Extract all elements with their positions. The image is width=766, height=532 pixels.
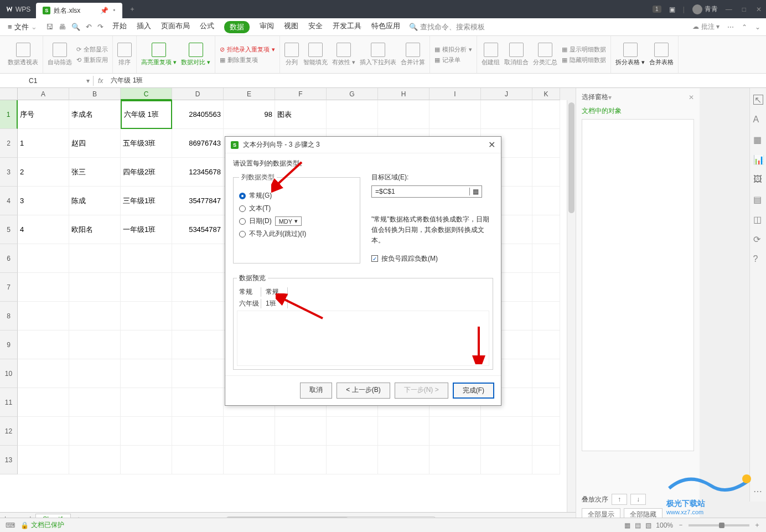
cell[interactable]: 欧阳名 <box>69 215 121 244</box>
select-all-corner[interactable] <box>0 88 18 100</box>
cell[interactable]: 98 <box>224 100 275 129</box>
col-header[interactable]: K <box>532 88 560 100</box>
dialog-close-icon[interactable]: ✕ <box>488 140 495 150</box>
fx-icon[interactable]: fx <box>94 77 107 85</box>
remove-dup-button[interactable]: ▦ 删除重复项 <box>220 56 275 64</box>
cell[interactable] <box>532 446 560 474</box>
row-header[interactable]: 12 <box>0 417 18 446</box>
file-menu[interactable]: ≡ 文件 ⌄ <box>3 22 42 32</box>
col-header[interactable]: E <box>224 88 275 100</box>
cell[interactable] <box>18 244 69 273</box>
col-header[interactable]: J <box>481 88 532 100</box>
col-header[interactable]: F <box>275 88 327 100</box>
cell[interactable] <box>532 244 560 273</box>
chart-icon[interactable]: 📊 <box>753 154 763 164</box>
row-header[interactable]: 10 <box>0 359 18 388</box>
cell[interactable] <box>275 417 327 446</box>
cell[interactable] <box>69 302 121 330</box>
destination-input[interactable]: =$C$1 ▦ <box>371 185 482 198</box>
cell[interactable] <box>172 302 224 330</box>
menu-expand-icon[interactable]: ⌄ <box>755 23 760 31</box>
cell[interactable]: 4 <box>18 215 69 244</box>
row-header[interactable]: 3 <box>0 158 18 187</box>
cell[interactable] <box>18 359 69 388</box>
comments-button[interactable]: ☁ 批注 ▾ <box>692 22 720 32</box>
cancel-button[interactable]: 取消 <box>300 383 332 399</box>
cell[interactable] <box>429 446 481 474</box>
cell[interactable] <box>532 417 560 446</box>
col-header[interactable]: B <box>69 88 121 100</box>
cell[interactable] <box>532 187 560 215</box>
tab-close-icon[interactable]: • <box>113 7 115 14</box>
cell[interactable] <box>18 446 69 474</box>
col-header[interactable]: A <box>18 88 69 100</box>
cell[interactable] <box>532 302 560 330</box>
date-format-combo[interactable]: MDY ▾ <box>275 216 302 226</box>
help-icon[interactable]: ? <box>753 254 763 264</box>
cell[interactable] <box>327 446 378 474</box>
row-header[interactable]: 4 <box>0 187 18 215</box>
cell[interactable] <box>69 273 121 302</box>
autofilter-button[interactable]: 自动筛选 <box>48 43 72 66</box>
cell[interactable] <box>18 417 69 446</box>
cell[interactable]: 李成名 <box>69 100 121 129</box>
radio-general[interactable]: 常规(G) <box>239 191 354 200</box>
cell[interactable] <box>69 417 121 446</box>
cell[interactable] <box>172 244 224 273</box>
print-icon[interactable]: 🖶 <box>59 23 66 31</box>
cell[interactable] <box>172 417 224 446</box>
cell[interactable]: 三年级1班 <box>121 187 172 215</box>
radio-text[interactable]: 文本(T) <box>239 204 354 213</box>
pane-close-icon[interactable]: ✕ <box>689 94 694 101</box>
cell[interactable] <box>224 417 275 446</box>
tab-dev[interactable]: 开发工具 <box>333 21 361 33</box>
reject-dup-button[interactable]: ⊘ 拒绝录入重复项 ▾ <box>220 45 275 54</box>
show-detail-button[interactable]: ▦ 显示明细数据 <box>562 45 606 54</box>
add-tab-button[interactable]: ＋ <box>127 4 138 15</box>
user-avatar[interactable]: 青青 <box>692 4 718 14</box>
cell[interactable] <box>481 446 532 474</box>
tab-start[interactable]: 开始 <box>112 21 127 33</box>
cell[interactable] <box>275 446 327 474</box>
row-header[interactable]: 1 <box>0 100 18 129</box>
show-all-button[interactable]: ⟳全部显示 <box>76 45 108 54</box>
cursor-icon[interactable]: ↖ <box>753 95 763 105</box>
cell[interactable]: 3 <box>18 187 69 215</box>
row-header[interactable]: 8 <box>0 302 18 330</box>
cell[interactable]: 86976743 <box>172 129 224 158</box>
undo-icon[interactable]: ↶ <box>86 23 92 31</box>
cell[interactable] <box>69 244 121 273</box>
cell[interactable] <box>532 388 560 417</box>
minimize-icon[interactable]: — <box>726 6 732 13</box>
view-page-icon[interactable]: ▤ <box>635 521 641 529</box>
range-picker-icon[interactable]: ▦ <box>469 188 482 195</box>
move-down-button[interactable]: ↓ <box>630 494 646 505</box>
menu-more-icon[interactable]: ⋯ <box>727 23 734 31</box>
cell[interactable] <box>224 446 275 474</box>
data-compare-button[interactable]: 数据对比 ▾ <box>181 43 210 66</box>
cell[interactable] <box>18 388 69 417</box>
row-header[interactable]: 7 <box>0 273 18 302</box>
group-button[interactable]: 创建组 <box>482 43 500 66</box>
view-normal-icon[interactable]: ▦ <box>624 521 630 529</box>
zoom-level[interactable]: 100% <box>656 521 673 529</box>
col-header[interactable]: D <box>172 88 224 100</box>
row-header[interactable]: 9 <box>0 330 18 359</box>
row-header[interactable]: 6 <box>0 244 18 273</box>
cell[interactable] <box>532 129 560 158</box>
cell[interactable] <box>69 359 121 388</box>
cell[interactable]: 序号 <box>18 100 69 129</box>
row-header[interactable]: 5 <box>0 215 18 244</box>
tab-insert[interactable]: 插入 <box>137 21 151 33</box>
notification-badge[interactable]: 1 <box>653 6 661 13</box>
cell[interactable] <box>327 417 378 446</box>
finish-button[interactable]: 完成(F) <box>453 383 494 399</box>
ungroup-button[interactable]: 取消组合 <box>504 43 529 66</box>
col-header[interactable]: C <box>121 88 172 100</box>
layout-icon[interactable]: ▤ <box>753 194 763 204</box>
cell[interactable]: 五年级3班 <box>121 129 172 158</box>
cell[interactable] <box>378 446 429 474</box>
back-button[interactable]: < 上一步(B) <box>337 383 390 399</box>
cell[interactable]: 赵四 <box>69 129 121 158</box>
cell[interactable] <box>429 100 481 129</box>
